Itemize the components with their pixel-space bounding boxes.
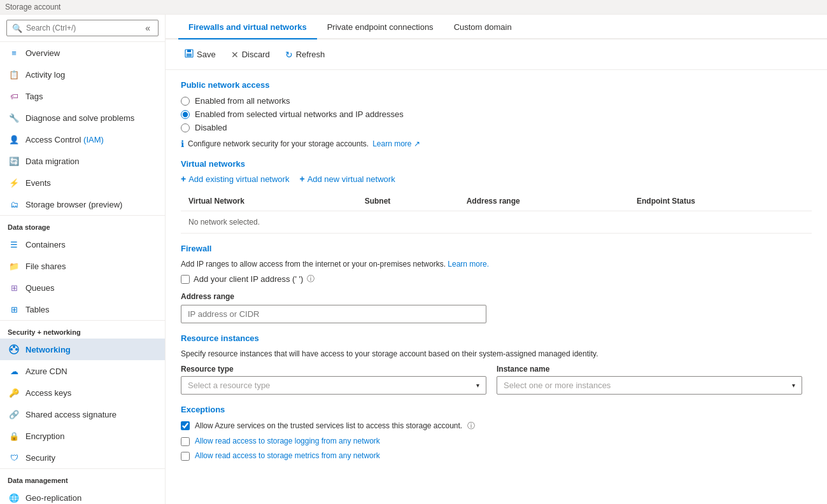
search-input[interactable] [26,24,143,32]
exception-read-logging-link[interactable]: Allow read access to storage logging fro… [195,437,380,445]
add-existing-label: Add existing virtual network [188,174,289,184]
add-links: + Add existing virtual network + Add new… [181,174,812,184]
instance-name-col: Instance name Select one or more instanc… [497,365,802,395]
encryption-icon: 🔒 [8,430,20,442]
client-ip-checkbox[interactable] [181,275,190,284]
firewall-description: Add IP ranges to allow access from the i… [181,260,812,269]
empty-message: No network selected. [181,211,812,234]
address-range-input[interactable] [181,305,486,323]
resource-type-select[interactable]: Select a resource type ▾ [181,376,486,395]
sidebar-item-fileshares[interactable]: 📁 File shares [0,255,165,277]
sidebar-item-label: Containers [25,240,66,249]
sidebar-item-queues[interactable]: ⊞ Queues [0,277,165,298]
client-ip-info-icon: ⓘ [307,274,315,284]
tab-firewalls[interactable]: Firewalls and virtual networks [178,15,317,39]
tab-custom[interactable]: Custom domain [444,15,522,39]
access-keys-icon: 🔑 [8,386,20,399]
tab-private[interactable]: Private endpoint connections [317,15,444,39]
section-data-management: Data management [0,468,165,487]
exception-read-metrics-checkbox[interactable] [181,452,190,461]
sidebar-item-events[interactable]: ⚡ Events [0,172,165,193]
chevron-down-icon: ▾ [476,382,479,389]
radio-disabled-input[interactable] [181,123,190,132]
exception-read-logging-checkbox[interactable] [181,437,190,446]
sidebar-item-activity-log[interactable]: 📋 Activity log [0,64,165,85]
sidebar-item-label: Diagnose and solve problems [25,113,134,123]
sidebar-item-tables[interactable]: ⊞ Tables [0,298,165,320]
client-ip-label: Add your client IP address (' ') [194,274,303,284]
refresh-button[interactable]: ↻ Refresh [279,46,332,63]
col-endpoint-status: Endpoint Status [629,192,812,211]
collapse-button[interactable]: « [143,23,153,33]
radio-all-networks-input[interactable] [181,97,190,106]
external-link-icon: ↗ [414,139,420,148]
plus-icon-new: + [299,174,304,184]
svg-point-1 [10,348,13,351]
sidebar-item-label: Azure CDN [25,367,67,376]
sidebar-item-cdn[interactable]: ☁ Azure CDN [0,360,165,382]
sidebar-item-networking[interactable]: Networking [0,339,165,360]
sidebar-item-geo[interactable]: 🌐 Geo-replication [0,487,165,504]
radio-all-networks-label: Enabled from all networks [195,96,290,106]
radio-selected-networks[interactable]: Enabled from selected virtual networks a… [181,109,812,119]
sidebar-item-iam[interactable]: 👤 Access Control (IAM) [0,129,165,150]
sidebar-item-label: Tags [25,92,43,101]
search-icon: 🔍 [12,24,22,33]
col-virtual-network: Virtual Network [181,192,357,211]
sidebar-item-label: Storage browser (preview) [25,200,122,209]
sidebar-item-access-keys[interactable]: 🔑 Access keys [0,382,165,403]
sidebar-item-diagnose[interactable]: 🔧 Diagnose and solve problems [0,107,165,129]
firewall-section: Firewall Add IP ranges to allow access f… [181,244,812,323]
info-text: Configure network security for your stor… [188,139,369,148]
radio-selected-networks-label: Enabled from selected virtual networks a… [195,109,404,119]
refresh-icon: ↻ [285,50,293,60]
sidebar-item-migration[interactable]: 🔄 Data migration [0,150,165,172]
public-network-info: ℹ Configure network security for your st… [181,139,812,149]
sidebar-item-label: Activity log [25,70,65,80]
public-network-section: Public network access Enabled from all n… [181,80,812,149]
sidebar-item-label: Tables [25,305,50,314]
discard-icon: ✕ [231,50,239,60]
sidebar-item-label: Shared access signature [25,410,117,419]
instance-name-select[interactable]: Select one or more instances ▾ [497,376,802,395]
plus-icon-existing: + [181,174,186,184]
add-new-label: Add new virtual network [307,174,395,184]
sidebar-item-overview[interactable]: ≡ Overview [0,42,165,64]
add-existing-vn-link[interactable]: + Add existing virtual network [181,174,289,184]
client-ip-row: Add your client IP address (' ') ⓘ [181,274,812,284]
learn-more-link[interactable]: Learn more ↗ [372,139,420,148]
save-button[interactable]: Save [178,46,222,63]
events-icon: ⚡ [8,176,20,189]
fileshares-icon: 📁 [8,260,20,272]
sidebar-item-containers[interactable]: ☰ Containers [0,234,165,255]
networking-icon [8,343,20,356]
exception-read-metrics-link[interactable]: Allow read access to storage metrics fro… [195,451,380,460]
sidebar-item-sas[interactable]: 🔗 Shared access signature [0,403,165,425]
exception-azure-services-label: Allow Azure services on the trusted serv… [195,421,475,431]
exception-azure-services-checkbox[interactable] [181,421,190,430]
sidebar-item-encryption[interactable]: 🔒 Encryption [0,425,165,447]
breadcrumb: Storage account [0,0,827,15]
sidebar-search-container: 🔍 « [0,15,165,42]
firewall-learn-more-link[interactable]: Learn more. [448,260,489,269]
sidebar-item-label: Access keys [25,388,71,398]
svg-rect-6 [187,53,192,57]
radio-disabled[interactable]: Disabled [181,123,812,132]
add-new-vn-link[interactable]: + Add new virtual network [299,174,395,184]
sidebar-item-label: Events [25,178,51,188]
sidebar-item-tags[interactable]: 🏷 Tags [0,85,165,107]
resource-instances-title: Resource instances [181,333,812,343]
sidebar-item-label: File shares [25,262,66,271]
col-address-range: Address range [459,192,629,211]
sidebar-item-storage-browser[interactable]: 🗂 Storage browser (preview) [0,193,165,215]
discard-button[interactable]: ✕ Discard [225,46,276,63]
sidebar-item-label: Geo-replication [25,493,81,503]
sidebar-item-security[interactable]: 🛡 Security [0,447,165,468]
sidebar-item-label: Security [25,453,55,463]
scrollable-content: Public network access Enabled from all n… [166,70,827,504]
public-network-title: Public network access [181,80,812,90]
radio-all-networks[interactable]: Enabled from all networks [181,96,812,106]
main-content: Firewalls and virtual networks Private e… [166,15,827,504]
section-data-storage: Data storage [0,215,165,234]
radio-selected-networks-input[interactable] [181,110,190,119]
